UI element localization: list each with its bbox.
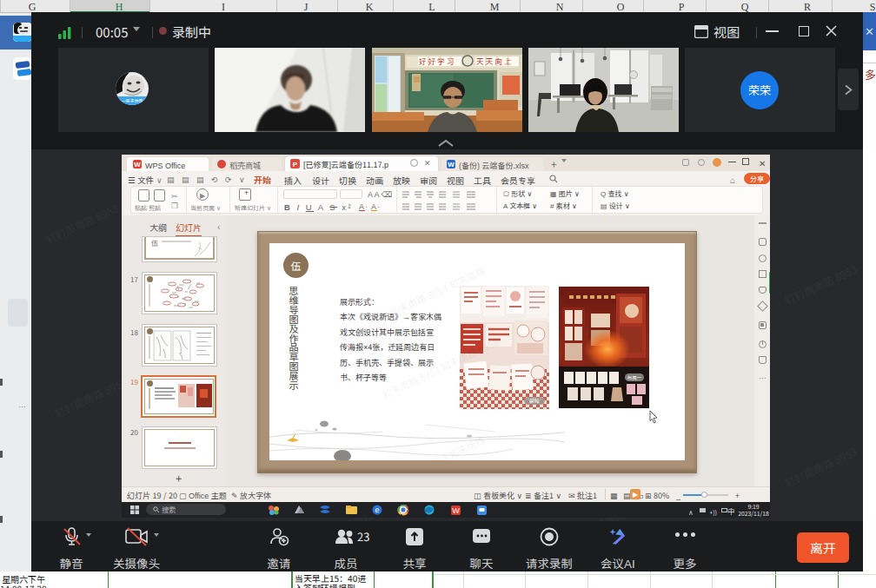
svg-text:好 好 学 习: 好 好 学 习 — [419, 56, 454, 66]
svg-text:天 天 向 上: 天 天 向 上 — [476, 56, 512, 66]
svg-text:布展一: 布展一 — [627, 374, 642, 381]
svg-text:e: e — [375, 505, 379, 514]
svg-text:一辈子休养: 一辈子休养 — [121, 97, 143, 103]
svg-text:W: W — [452, 506, 460, 515]
